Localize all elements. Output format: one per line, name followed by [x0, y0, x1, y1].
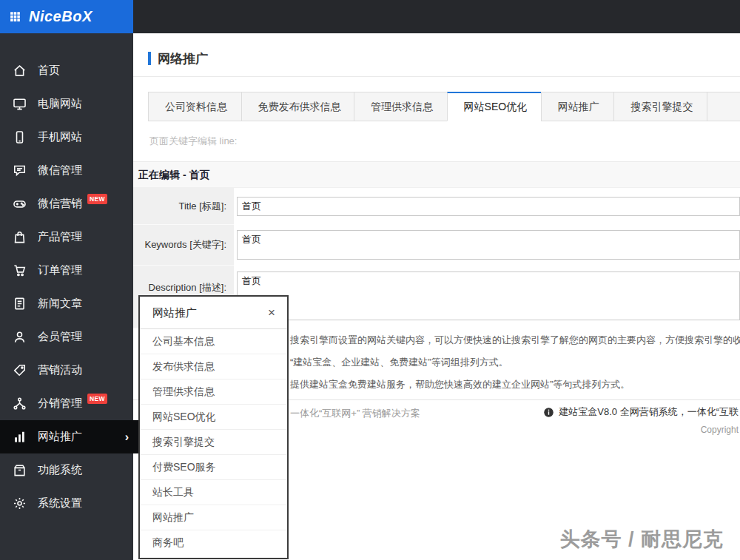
- sidebar-item[interactable]: 功能系统: [0, 453, 133, 487]
- popup-menu-item-label: 网站推广: [152, 511, 194, 523]
- chart-icon: [13, 430, 27, 444]
- popup-menu-item-label: 发布供求信息: [152, 360, 215, 372]
- form-row-keywords: Keywords [关键字]: 首页: [133, 225, 740, 266]
- watermark-text: 头条号 / 耐思尼克: [559, 526, 724, 553]
- sidebar-item[interactable]: 手机网站: [0, 121, 133, 154]
- gamepad-icon: [13, 197, 27, 211]
- sidebar-item-label: 微信管理: [38, 163, 82, 178]
- tab[interactable]: 网站推广: [541, 92, 615, 121]
- popup-menu-item[interactable]: 付费SEO服务: [140, 455, 287, 480]
- sidebar-item[interactable]: 会员管理: [0, 320, 133, 354]
- help-line: 提供建站宝盒免费建站服务，帮助您快速高效的建立企业网站”等句式排列方式。: [290, 377, 740, 392]
- sidebar-item-label: 电脑网站: [38, 97, 82, 111]
- close-icon[interactable]: ×: [268, 297, 275, 328]
- popup-menu-item-label: 商务吧: [152, 536, 184, 548]
- page-hint-text: 页面关键字编辑 line:: [149, 135, 740, 146]
- sidebar-item[interactable]: 营销活动: [0, 354, 133, 387]
- popup-menu-item[interactable]: 管理供求信息: [140, 379, 287, 405]
- popup-menu-item[interactable]: 公司基本信息: [140, 329, 287, 354]
- icon[interactable]: [145, 10, 160, 24]
- sidebar-nav: 首页 电脑网站 手机网站 微信管理 微信营销 N: [0, 54, 133, 520]
- sidebar-item-label: 订单管理: [38, 263, 82, 277]
- share-icon: [13, 397, 27, 411]
- sidebar-item[interactable]: 系统设置: [0, 487, 133, 520]
- logo-area[interactable]: NiceBoX: [0, 0, 133, 33]
- sidebar-item-label: 系统设置: [38, 496, 82, 510]
- popup-menu-item[interactable]: 搜索引擎提交: [140, 430, 287, 455]
- phone-icon: [13, 130, 27, 144]
- gear-icon: [13, 496, 27, 510]
- tab-label: 网站推广: [558, 101, 599, 112]
- sidebar-item[interactable]: 电脑网站: [0, 87, 133, 121]
- tab-label: 网站SEO优化: [464, 101, 528, 112]
- brand-logo: NiceBoX: [29, 8, 92, 25]
- sidebar-item[interactable]: 新闻文章: [0, 287, 133, 320]
- user-icon: [13, 330, 27, 344]
- copyright-text: Copyright: [701, 425, 739, 435]
- title-input[interactable]: [237, 197, 740, 216]
- popup-menu-item[interactable]: 商务吧: [140, 530, 287, 556]
- sidebar-item[interactable]: 首页: [0, 54, 133, 87]
- popup-title: 网站推广: [152, 306, 197, 319]
- description-textarea[interactable]: 首页: [237, 271, 740, 320]
- app-window: { "topbar": { "logo": "NiceBoX", "icons"…: [0, 0, 740, 560]
- home-icon: [13, 64, 27, 78]
- topbar-icons: [133, 0, 231, 33]
- sidebar-item[interactable]: 分销管理 NEW: [0, 387, 133, 420]
- box-icon: [13, 463, 27, 477]
- popup-menu-item[interactable]: 发布供求信息: [140, 354, 287, 379]
- tab-label: 搜索引擎提交: [630, 101, 693, 112]
- popup-menu-item[interactable]: 网站推广: [140, 505, 287, 530]
- tag-icon: [13, 363, 27, 377]
- icon[interactable]: [216, 10, 231, 24]
- sidebar-item-label: 微信营销: [38, 197, 82, 211]
- monitor-icon: [13, 97, 27, 111]
- new-badge: NEW: [87, 194, 107, 204]
- sidebar-item-label: 分销管理: [38, 397, 82, 411]
- tab[interactable]: 管理供求信息: [354, 92, 448, 121]
- sidebar-item[interactable]: 微信管理: [0, 154, 133, 187]
- popup-menu-item-label: 网站SEO优化: [152, 411, 216, 422]
- icon[interactable]: [181, 10, 195, 24]
- sidebar-item-label: 首页: [38, 64, 60, 78]
- tab-label: 管理供求信息: [371, 101, 433, 112]
- editing-status-bar: 正在编辑 - 首页: [133, 161, 740, 188]
- popup-menu-item-label: 管理供求信息: [152, 385, 215, 397]
- sidebar-item-label: 新闻文章: [38, 297, 82, 311]
- title-accent-bar: [148, 52, 151, 65]
- popup-menu-item[interactable]: 网站SEO优化: [140, 405, 287, 430]
- keywords-field-label: Keywords [关键字]:: [133, 225, 234, 266]
- tab[interactable]: 网站SEO优化: [447, 92, 542, 121]
- popup-item-list: 公司基本信息 发布供求信息 管理供求信息 网站SEO优化 搜索引擎提交 付费SE…: [140, 329, 287, 556]
- sidebar-item-label: 会员管理: [38, 330, 82, 344]
- popup-menu-item[interactable]: 站长工具: [140, 480, 287, 505]
- tab[interactable]: 搜索引擎提交: [613, 92, 707, 121]
- popup-header: 网站推广 ×: [140, 297, 287, 329]
- sidebar-item-label: 手机网站: [38, 130, 82, 144]
- tab[interactable]: 免费发布供求信息: [241, 92, 354, 121]
- sidebar-item[interactable]: 微信营销 NEW: [0, 187, 133, 220]
- tab-bar: 公司资料信息 免费发布供求信息 管理供求信息 网站SEO优化 网站推广 搜索引擎…: [148, 92, 740, 121]
- sidebar-item-label: 网站推广: [38, 430, 82, 444]
- info-icon: [543, 407, 554, 418]
- chevron-right-icon: ›: [125, 431, 129, 444]
- help-line: “建站宝盒、企业建站、免费建站”等词组排列方式。: [290, 355, 740, 370]
- tab[interactable]: 公司资料信息: [148, 92, 242, 121]
- chat-icon: [13, 163, 27, 178]
- tab[interactable]: [707, 92, 740, 121]
- grid-menu-icon[interactable]: [9, 10, 21, 23]
- sidebar: 首页 电脑网站 手机网站 微信管理 微信营销 N: [0, 33, 133, 560]
- keywords-textarea[interactable]: 首页: [237, 230, 740, 260]
- footer-slogan: 一体化“互联网+” 营销解决方案: [290, 407, 420, 420]
- sidebar-item[interactable]: 网站推广 ›: [0, 420, 139, 453]
- sidebar-item[interactable]: 产品管理: [0, 220, 133, 254]
- cart-icon: [13, 263, 27, 277]
- bag-icon: [13, 230, 27, 244]
- popup-menu-item-label: 搜索引擎提交: [152, 436, 215, 448]
- popup-menu: 网站推广 × 公司基本信息 发布供求信息 管理供求信息 网站SEO优化 搜索引擎…: [138, 295, 289, 559]
- help-line: 搜索引擎而设置的网站关键内容，可以方便快速的让搜索引擎了解您的网页的主要内容，方…: [290, 333, 740, 348]
- sidebar-item[interactable]: 订单管理: [0, 254, 133, 287]
- page-title: 网络推广: [158, 50, 208, 67]
- sidebar-item-label: 产品管理: [38, 230, 82, 244]
- new-badge: NEW: [87, 394, 107, 404]
